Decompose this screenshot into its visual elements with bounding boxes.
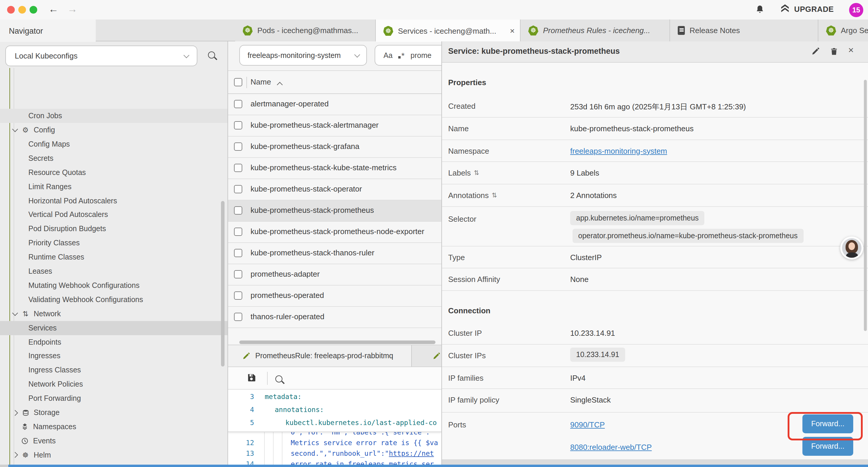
- table-row[interactable]: kube-prometheus-stack-alertmanager: [228, 115, 441, 137]
- sidebar-item-ingress-classes[interactable]: Ingress Classes: [0, 363, 227, 377]
- sidebar-item-mutating-webhook-configurations[interactable]: Mutating Webhook Configurations: [0, 279, 227, 293]
- kubernetes-icon: ☸: [383, 26, 393, 36]
- sidebar-item-services[interactable]: Services: [0, 321, 227, 335]
- up-down-arrows-icon: ⇅: [21, 310, 30, 318]
- namespace-link[interactable]: freeleaps-monitoring-system: [570, 146, 667, 155]
- sidebar-item-network-policies[interactable]: Network Policies: [0, 377, 227, 391]
- minimize-traffic-light[interactable]: [18, 6, 26, 13]
- yaml-editor[interactable]: 3metadata: 4annotations: 5kubectl.kubern…: [228, 389, 441, 465]
- detail-row-cluster-ip: Cluster IP 10.233.14.91: [442, 322, 868, 344]
- table-row[interactable]: alertmanager-operated: [228, 94, 441, 115]
- sidebar-item-priority-classes[interactable]: Priority Classes: [0, 236, 227, 250]
- runbook-url-link[interactable]: https://net: [389, 449, 434, 458]
- sidebar-item-network[interactable]: ⇅Network: [0, 307, 227, 321]
- sidebar-item-secrets[interactable]: Secrets: [0, 151, 227, 166]
- sidebar-item-ingresses[interactable]: Ingresses: [0, 349, 227, 363]
- edit-pencil-icon[interactable]: [811, 47, 819, 56]
- table-row[interactable]: thanos-ruler-operated: [228, 307, 441, 328]
- back-button[interactable]: ←: [49, 3, 59, 16]
- save-icon[interactable]: [247, 373, 256, 382]
- sidebar-item-namespaces[interactable]: Namespaces: [0, 420, 227, 434]
- regex-toggle[interactable]: *: [399, 51, 405, 60]
- sidebar-scrollbar[interactable]: [221, 201, 224, 367]
- sidebar-item-limit-ranges[interactable]: Limit Ranges: [0, 179, 227, 194]
- detail-row-ip-families: IP families IPv4: [442, 367, 868, 389]
- tab-close-icon[interactable]: ×: [510, 26, 515, 35]
- row-checkbox[interactable]: [234, 228, 242, 236]
- sidebar-item-validating-webhook-configurations[interactable]: Validating Webhook Configurations: [0, 292, 227, 307]
- expand-sort-icon[interactable]: ⇅: [474, 169, 479, 177]
- tab-argo[interactable]: ☸ Argo Se: [818, 20, 868, 41]
- tab-prometheus-rules[interactable]: ☸ Prometheus Rules - icecheng...: [521, 20, 670, 41]
- bell-icon[interactable]: [755, 5, 765, 14]
- row-checkbox[interactable]: [234, 249, 242, 257]
- sidebar-item-helm[interactable]: ☸Helm: [0, 448, 227, 462]
- sidebar-item-resource-quotas[interactable]: Resource Quotas: [0, 165, 227, 180]
- row-checkbox[interactable]: [234, 291, 242, 300]
- row-checkbox[interactable]: [234, 164, 242, 172]
- table-row[interactable]: prometheus-adapter: [228, 264, 441, 286]
- tab-pods[interactable]: ☸ Pods - icecheng@mathmas...: [235, 20, 375, 41]
- row-checkbox[interactable]: [234, 313, 242, 321]
- table-row[interactable]: prometheus-operated: [228, 286, 441, 307]
- notification-badge[interactable]: 15: [849, 3, 863, 17]
- resource-search-input[interactable]: Aa * prome: [375, 45, 441, 66]
- namespace-selector[interactable]: freeleaps-monitoring-system: [239, 45, 367, 66]
- upgrade-label[interactable]: UPGRADE: [794, 5, 834, 13]
- sidebar-item-storage[interactable]: Storage: [0, 406, 227, 420]
- name-column-header[interactable]: Name: [251, 78, 271, 86]
- row-checkbox[interactable]: [234, 270, 242, 279]
- sidebar-item-config[interactable]: ⚙Config: [0, 123, 227, 138]
- upgrade-icon[interactable]: [780, 4, 790, 13]
- port-link-8080[interactable]: 8080:reloader-web/TCP: [570, 442, 652, 451]
- sidebar-item-events[interactable]: Events: [0, 434, 227, 448]
- match-case-toggle[interactable]: Aa: [383, 51, 393, 59]
- port-link-9090[interactable]: 9090/TCP: [570, 420, 605, 429]
- sidebar-item-port-forwarding[interactable]: Port Forwarding: [0, 391, 227, 406]
- sidebar-item-endpoints[interactable]: Endpoints: [0, 335, 227, 349]
- filter-row: freeleaps-monitoring-system Aa * prome: [228, 41, 441, 71]
- sidebar-item-pod-disruption-budgets[interactable]: Pod Disruption Budgets: [0, 222, 227, 236]
- sidebar-search-icon[interactable]: [208, 50, 215, 61]
- sidebar-item-runtime-classes[interactable]: Runtime Classes: [0, 250, 227, 265]
- row-checkbox[interactable]: [234, 206, 242, 214]
- service-detail-panel: Service: kube-prometheus-stack-prometheu…: [441, 41, 868, 465]
- forward-button[interactable]: →: [67, 3, 78, 16]
- tab-strip: Navigator ☸ Pods - icecheng@mathmas... ☸…: [0, 20, 868, 41]
- editor-tab-prometheusrule[interactable]: PrometheusRule: freeleaps-prod-rabbitmq: [228, 345, 412, 367]
- table-row[interactable]: kube-prometheus-stack-grafana: [228, 137, 441, 158]
- table-row[interactable]: kube-prometheus-stack-kube-state-metrics: [228, 158, 441, 179]
- editor-tab-partial[interactable]: [413, 345, 441, 367]
- row-checkbox[interactable]: [234, 185, 242, 193]
- row-checkbox[interactable]: [234, 100, 242, 108]
- detail-panel-title: Service: kube-prometheus-stack-prometheu…: [448, 47, 620, 56]
- sidebar-item-cron-jobs[interactable]: Cron Jobs: [0, 109, 227, 123]
- row-checkbox[interactable]: [234, 121, 242, 129]
- table-row-selected[interactable]: kube-prometheus-stack-prometheus: [228, 200, 441, 222]
- tab-services[interactable]: ☸ Services - icecheng@math... ×: [375, 20, 521, 42]
- navigator-pane-tab[interactable]: Navigator: [0, 20, 96, 42]
- row-checkbox[interactable]: [234, 143, 242, 151]
- table-horizontal-scrollbar[interactable]: [239, 340, 435, 344]
- gear-icon: ⚙: [21, 126, 30, 134]
- close-traffic-light[interactable]: [7, 6, 15, 13]
- detail-panel-scrollbar[interactable]: [864, 80, 867, 331]
- tab-release-notes[interactable]: Release Notes: [670, 20, 818, 41]
- close-icon[interactable]: ×: [848, 45, 854, 56]
- sidebar-item-leases[interactable]: Leases: [0, 264, 227, 279]
- table-row[interactable]: kube-prometheus-stack-thanos-ruler: [228, 243, 441, 264]
- detail-panel-bottom-track: [442, 459, 868, 465]
- editor-search-icon[interactable]: [275, 374, 282, 385]
- expand-sort-icon[interactable]: ⇅: [492, 191, 497, 199]
- trash-icon[interactable]: [830, 47, 838, 56]
- select-all-checkbox[interactable]: [234, 78, 242, 86]
- maximize-traffic-light[interactable]: [30, 6, 37, 13]
- table-row[interactable]: kube-prometheus-stack-operator: [228, 179, 441, 200]
- detail-row-selector: Selector app.kubernetes.io/name=promethe…: [442, 207, 868, 246]
- sidebar-item-config-maps[interactable]: Config Maps: [0, 137, 227, 152]
- sidebar-item-vertical-pod-autoscalers[interactable]: Vertical Pod Autoscalers: [0, 208, 227, 222]
- table-row[interactable]: kube-prometheus-stack-prometheus-node-ex…: [228, 222, 441, 243]
- kubeconfig-selector[interactable]: Local Kubeconfigs: [5, 46, 197, 66]
- sidebar-item-horizontal-pod-autoscalers[interactable]: Horizontal Pod Autoscalers: [0, 194, 227, 208]
- assistant-avatar[interactable]: [840, 236, 863, 260]
